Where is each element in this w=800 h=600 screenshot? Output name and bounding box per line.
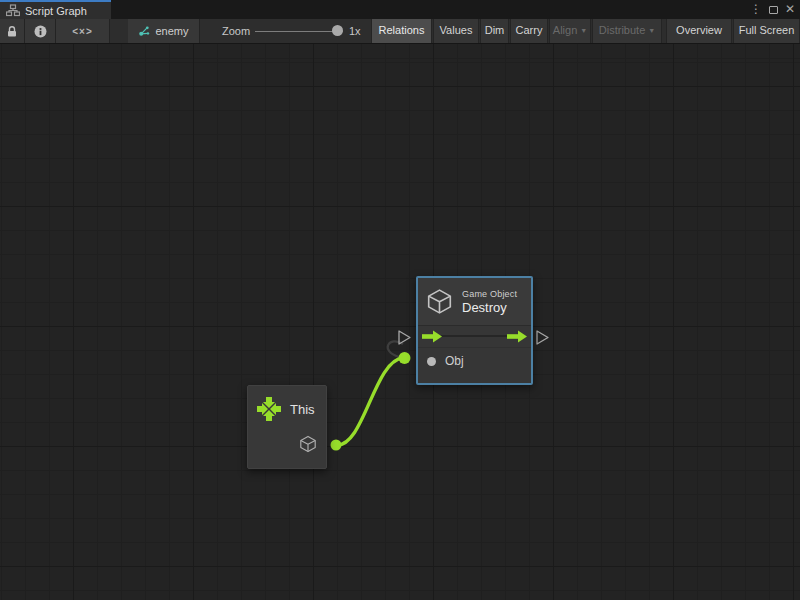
zoom-slider-track[interactable]	[255, 31, 343, 32]
obj-input-port[interactable]	[427, 357, 436, 366]
align-dropdown[interactable]: Align▼	[549, 19, 591, 43]
graph-asset-name: enemy	[155, 25, 188, 37]
zoom-value: 1x	[349, 19, 361, 43]
tab-script-graph[interactable]: Script Graph	[0, 0, 111, 19]
info-button[interactable]	[25, 19, 56, 43]
maximize-icon[interactable]	[769, 6, 778, 14]
distribute-dropdown[interactable]: Distribute▼	[592, 19, 662, 43]
zoom-label: Zoom	[222, 19, 250, 43]
control-flow-row	[418, 326, 531, 348]
game-object-output-port[interactable]	[299, 435, 317, 453]
relations-label: Relations	[379, 24, 425, 36]
chevron-down-icon: ▼	[648, 27, 655, 34]
control-output-triangle-icon[interactable]	[537, 331, 548, 344]
tab-focus-stripe	[0, 0, 111, 2]
node-title: Destroy	[462, 300, 517, 315]
connection-source-dot[interactable]	[331, 440, 342, 451]
node-destroy-header: Game Object Destroy	[418, 278, 531, 326]
code-view-button[interactable]: <×>	[56, 19, 110, 43]
fullscreen-button[interactable]: Full Screen	[733, 19, 800, 43]
zoom-slider-handle[interactable]	[332, 25, 343, 36]
graph-canvas[interactable]: This Game Object Dest	[0, 44, 800, 600]
game-object-cube-icon	[426, 288, 453, 315]
relation-line	[432, 335, 517, 337]
graph-asset-selector[interactable]: enemy	[128, 19, 200, 43]
graph-asset-icon	[138, 26, 150, 37]
graph-toolbar: <×> enemy Zoom 1x Relations Values Dim	[0, 19, 800, 44]
graph-hierarchy-icon	[6, 4, 20, 17]
chevron-down-icon: ▼	[580, 27, 587, 34]
distribute-label: Distribute	[599, 24, 645, 36]
dim-toggle[interactable]: Dim	[480, 19, 509, 43]
this-converge-icon	[256, 396, 282, 422]
align-label: Align	[553, 24, 577, 36]
fullscreen-label: Full Screen	[739, 24, 795, 36]
node-category: Game Object	[462, 289, 517, 299]
values-label: Values	[440, 24, 473, 36]
node-title: This	[290, 402, 315, 417]
tab-bar: Script Graph ⋮ ✕	[0, 0, 800, 19]
control-output-arrow-icon[interactable]	[507, 330, 527, 343]
overview-button[interactable]: Overview	[666, 19, 732, 43]
info-icon	[34, 25, 47, 38]
code-icon: <×>	[72, 26, 93, 37]
carry-label: Carry	[516, 24, 543, 36]
node-this-header: This	[248, 386, 326, 422]
lock-button[interactable]	[0, 19, 25, 43]
connection-layer	[0, 44, 800, 600]
dim-label: Dim	[485, 24, 505, 36]
node-this[interactable]: This	[247, 385, 327, 469]
value-connection-wire[interactable]	[336, 358, 403, 445]
obj-port-label: Obj	[445, 354, 464, 368]
obj-input-row: Obj	[418, 348, 531, 368]
control-input-arrow-icon[interactable]	[422, 330, 442, 343]
overview-label: Overview	[676, 24, 722, 36]
window-controls: ⋮ ✕	[750, 0, 798, 19]
values-toggle[interactable]: Values	[433, 19, 479, 43]
lock-icon	[6, 25, 18, 38]
tab-title: Script Graph	[25, 5, 87, 17]
window-menu-icon[interactable]: ⋮	[750, 0, 762, 19]
relations-toggle[interactable]: Relations	[371, 19, 432, 43]
script-graph-window: Script Graph ⋮ ✕	[0, 0, 800, 600]
node-destroy[interactable]: Game Object Destroy	[416, 276, 533, 385]
close-icon[interactable]: ✕	[785, 0, 795, 19]
connection-destination-dot[interactable]	[399, 352, 411, 364]
carry-toggle[interactable]: Carry	[510, 19, 548, 43]
node-title-block: Game Object Destroy	[462, 289, 517, 315]
